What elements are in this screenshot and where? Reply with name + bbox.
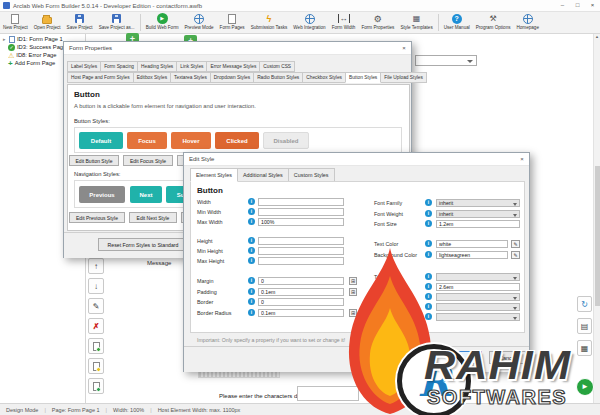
move-up-button[interactable]: ↑ <box>88 258 104 274</box>
color-picker-icon[interactable] <box>511 240 520 248</box>
form-dropdown-field[interactable] <box>415 55 477 66</box>
info-icon[interactable] <box>425 293 432 300</box>
web-integration-button[interactable]: Web Integration <box>290 12 328 33</box>
tab-custom-css[interactable]: Custom CSS <box>259 61 295 72</box>
font-weight-select[interactable]: inherit <box>436 210 520 218</box>
tab-heading-styles[interactable]: Heading Styles <box>137 61 177 72</box>
close-icon[interactable]: × <box>515 156 529 162</box>
homepage-button[interactable]: Homepage <box>514 12 542 33</box>
expand-sides-icon[interactable] <box>349 309 357 317</box>
max-width-input[interactable] <box>258 218 344 226</box>
min-height-input[interactable] <box>258 247 344 255</box>
minimize-icon[interactable]: – <box>555 0 570 11</box>
info-icon[interactable] <box>248 208 255 215</box>
direction-select[interactable] <box>436 313 520 321</box>
ok-button[interactable]: OK <box>436 351 482 364</box>
tab-label-styles[interactable]: Label Styles <box>67 61 101 72</box>
scrollbar-thumb[interactable] <box>595 166 600 306</box>
form-pages-button[interactable]: Form Pages <box>217 12 248 33</box>
info-icon[interactable] <box>425 210 432 217</box>
padding-input[interactable] <box>258 288 344 296</box>
border-input[interactable] <box>258 298 344 306</box>
close-icon[interactable]: × <box>397 45 411 51</box>
expand-sides-icon[interactable] <box>349 277 357 285</box>
tab-button-styles[interactable]: Button Styles <box>345 72 381 83</box>
info-icon[interactable] <box>425 283 432 290</box>
min-width-input[interactable] <box>258 208 344 216</box>
form-outline-button[interactable]: ▤ <box>577 318 592 334</box>
delete-element-button[interactable]: ✗ <box>88 318 104 334</box>
color-picker-icon[interactable] <box>511 251 520 259</box>
save-project-as-button[interactable]: Save Project as... <box>96 12 138 33</box>
close-icon[interactable]: × <box>585 0 600 11</box>
background-color-input[interactable] <box>436 251 508 259</box>
info-icon[interactable] <box>248 218 255 225</box>
info-icon[interactable] <box>248 257 255 264</box>
info-icon[interactable] <box>425 273 432 280</box>
cancel-button[interactable]: Cancel <box>489 351 526 364</box>
info-icon[interactable] <box>248 247 255 254</box>
info-icon[interactable] <box>425 240 432 247</box>
expand-sides-icon[interactable] <box>349 288 357 296</box>
font-size-input[interactable] <box>436 220 520 228</box>
new-project-button[interactable]: New Project <box>0 12 31 33</box>
width-input[interactable] <box>258 198 344 206</box>
tab-additional-styles[interactable]: Additional Styles <box>237 168 289 182</box>
info-icon[interactable] <box>425 199 432 206</box>
program-options-button[interactable]: ⚒ Program Options <box>473 12 514 33</box>
tab-custom-styles[interactable]: Custom Styles <box>288 168 335 182</box>
tab-checkbox-styles[interactable]: Checkbox Styles <box>302 72 346 83</box>
refresh-preview-button[interactable]: ↻ <box>577 296 592 312</box>
info-icon[interactable] <box>425 313 432 320</box>
tab-host-page-and-form-styles[interactable]: Host Page and Form Styles <box>67 72 134 83</box>
line-height-input[interactable] <box>436 283 520 291</box>
tab-textarea-styles[interactable]: Textarea Styles <box>170 72 211 83</box>
text-align-select[interactable] <box>436 273 520 281</box>
info-icon[interactable] <box>248 309 255 316</box>
info-icon[interactable] <box>248 198 255 205</box>
margin-input[interactable] <box>258 277 344 285</box>
open-project-button[interactable]: Open Project <box>31 12 64 33</box>
max-height-input[interactable] <box>258 257 344 265</box>
info-icon[interactable] <box>425 251 432 258</box>
edit-focus-style-button[interactable]: Edit Focus Style <box>123 155 173 166</box>
style-templates-button[interactable]: ▦ Style Templates <box>397 12 435 33</box>
info-icon[interactable] <box>425 220 432 227</box>
text-transform-select[interactable] <box>436 293 520 301</box>
submission-tasks-button[interactable]: ϟ Submission Tasks <box>248 12 291 33</box>
edit-element-button[interactable]: ✎ <box>88 298 104 314</box>
build-web-form-button[interactable]: ▶ Build Web Form <box>143 12 182 33</box>
form-properties-button[interactable]: ⚙ Form Properties <box>358 12 397 33</box>
maximize-icon[interactable]: □ <box>570 0 585 11</box>
tab-radio-button-styles[interactable]: Radio Button Styles <box>253 72 303 83</box>
tab-file-upload-styles[interactable]: File Upload Styles <box>380 72 427 83</box>
info-icon[interactable] <box>248 288 255 295</box>
edit-previous-style-button[interactable]: Edit Previous Style <box>69 212 125 223</box>
grid-view-button[interactable]: ▦ <box>577 340 592 356</box>
vertical-scrollbar[interactable]: ▲ <box>593 34 600 403</box>
tab-error-message-styles[interactable]: Error Message Styles <box>206 61 260 72</box>
border-radius-input[interactable] <box>258 309 344 317</box>
edit-button-style-button[interactable]: Edit Button Style <box>69 155 119 166</box>
preview-mode-button[interactable]: Preview Mode <box>182 12 217 33</box>
user-manual-button[interactable]: ? User Manual <box>441 12 473 33</box>
form-width-button[interactable]: ↔ Form Width <box>329 12 359 33</box>
expander-icon[interactable]: ▸ <box>3 36 7 42</box>
tab-element-styles[interactable]: Element Styles <box>190 168 238 182</box>
edit-next-style-button[interactable]: Edit Next Style <box>129 212 177 223</box>
info-icon[interactable] <box>248 277 255 284</box>
tab-link-styles[interactable]: Link Styles <box>176 61 207 72</box>
captcha-input[interactable] <box>297 386 359 401</box>
scroll-up-icon[interactable]: ▲ <box>594 34 600 39</box>
tab-form-spacing[interactable]: Form Spacing <box>100 61 138 72</box>
tab-editbox-styles[interactable]: Editbox Styles <box>133 72 171 83</box>
text-decoration-select[interactable] <box>436 303 520 311</box>
error-page-shortcut-button[interactable] <box>88 358 104 374</box>
height-input[interactable] <box>258 237 344 245</box>
font-family-select[interactable]: inherit <box>436 199 520 207</box>
save-project-button[interactable]: Save Project <box>64 12 96 33</box>
info-icon[interactable] <box>248 237 255 244</box>
reset-form-styles-button[interactable]: Reset Form Styles to Standard <box>98 238 188 251</box>
info-icon[interactable] <box>248 298 255 305</box>
text-color-input[interactable] <box>436 240 508 248</box>
